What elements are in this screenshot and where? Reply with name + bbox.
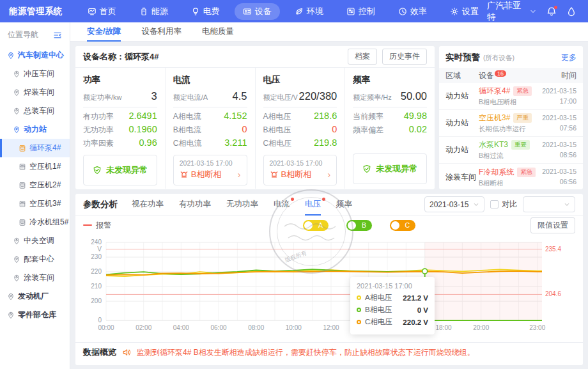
limit-settings-button[interactable]: 限值设置 <box>530 217 575 233</box>
chevron-down-icon <box>564 201 570 208</box>
top-navbar: 能源管理系统 首页能源电费设备环境控制效率设置 广汽菲亚特 <box>0 0 588 22</box>
svg-text:204.6: 204.6 <box>545 290 561 297</box>
nav-item-3[interactable]: 设备 <box>235 3 280 20</box>
sidebar-item-0[interactable]: 汽车制造中心 <box>0 46 70 65</box>
param-tab-0[interactable]: 视在功率 <box>132 194 164 216</box>
alert-dot <box>291 198 294 201</box>
alert-row-2[interactable]: 动力站 水泵KT3重要B相过流 2021-03-1508:56 <box>439 137 583 164</box>
archive-button[interactable]: 档案 <box>348 49 377 65</box>
chevron-down-icon <box>473 201 479 208</box>
nav-item-0[interactable]: 首页 <box>79 3 125 20</box>
environment-icon <box>295 7 304 16</box>
svg-text:02:00: 02:00 <box>135 324 151 331</box>
settings-icon <box>450 7 459 16</box>
alert-row-0[interactable]: 动力站 循环泵4#紧急B相电压断相 2021-03-1517:00 <box>439 83 583 110</box>
svg-text:210: 210 <box>91 283 102 290</box>
chart-area: 2402302202102000V235.4204.600:0002:0004:… <box>75 235 583 342</box>
alert-box-current[interactable]: 2021-03-15 17:00 B相断相› <box>173 155 247 185</box>
sidebar-item-2[interactable]: 焊装车间 <box>0 83 70 102</box>
pin-icon <box>7 293 15 301</box>
phase-b-toggle[interactable]: B <box>346 220 372 231</box>
device-panel-header: 设备名称：循环泵4# 档案 历史事件 <box>75 46 435 68</box>
company-menu[interactable]: 广汽菲亚特 <box>487 0 537 23</box>
sidebar-item-13[interactable]: 发动机厂 <box>0 287 70 306</box>
svg-text:220: 220 <box>91 268 102 275</box>
alert-box-voltage[interactable]: 2021-03-15 17:00 B相断相› <box>263 155 337 185</box>
sidebar-item-3[interactable]: 总装车间 <box>0 102 70 120</box>
status-ok-box: 未发现异常 <box>353 153 427 184</box>
metric-title: 功率 <box>83 74 157 86</box>
alerts-more-link[interactable]: 更多 <box>561 52 576 63</box>
phase-a-toggle[interactable]: A <box>303 220 329 231</box>
notification-bell-icon[interactable] <box>546 6 557 17</box>
date-select[interactable]: 2021-03-15 <box>424 196 484 212</box>
phase-c-toggle[interactable]: C <box>390 220 415 231</box>
collapse-sidebar-icon[interactable] <box>53 31 62 40</box>
svg-text:06:00: 06:00 <box>210 324 226 331</box>
param-tab-3[interactable]: 电流 <box>274 194 290 216</box>
location-tree: 汽车制造中心冲压车间焊装车间总装车间动力站循环泵4#空压机1#空压机2#空压机3… <box>0 46 70 324</box>
param-tab-1[interactable]: 有功功率 <box>179 194 211 216</box>
compare-date-select[interactable] <box>523 196 575 212</box>
svg-text:20:00: 20:00 <box>473 324 489 331</box>
sidebar-item-5[interactable]: 循环泵4# <box>0 139 70 157</box>
metric-power: 功率 额定功率/kw3 有功功率2.6491 无功功率0.1960 功率因素0.… <box>75 68 165 189</box>
tab-1[interactable]: 设备利用率 <box>141 22 182 42</box>
device-doc-icon <box>19 182 26 189</box>
sidebar-item-10[interactable]: 中央空调 <box>0 232 70 250</box>
metric-title: 电流 <box>173 74 247 86</box>
sidebar-item-7[interactable]: 空压机2# <box>0 176 70 194</box>
speaker-icon <box>122 348 131 357</box>
sidebar-item-11[interactable]: 配套中心 <box>0 250 70 269</box>
severity-badge: 重要 <box>511 140 530 150</box>
history-events-button[interactable]: 历史事件 <box>382 49 427 65</box>
location-sidebar: 位置导航 汽车制造中心冲压车间焊装车间总装车间动力站循环泵4#空压机1#空压机2… <box>0 22 70 369</box>
param-tab-2[interactable]: 无功功率 <box>226 194 258 216</box>
sidebar-item-1[interactable]: 冲压车间 <box>0 65 70 83</box>
fee-icon <box>191 7 200 16</box>
nav-item-5[interactable]: 控制 <box>338 3 383 20</box>
pin-icon <box>7 52 15 59</box>
series-c-marker <box>357 320 361 324</box>
nav-item-6[interactable]: 效率 <box>390 3 435 20</box>
voltage-chart: 2402302202102000V235.4204.600:0002:0004:… <box>83 237 575 334</box>
alarm-line-swatch <box>83 224 92 226</box>
compare-checkbox[interactable]: 对比 <box>490 199 517 210</box>
alert-row-3[interactable]: 涂装车间 F冷却系统紧急B相断相 2021-03-1506:56 <box>439 164 583 189</box>
control-icon <box>346 7 355 16</box>
param-tab-5[interactable]: 频率 <box>336 194 352 216</box>
sidebar-item-6[interactable]: 空压机1# <box>0 157 70 176</box>
metric-voltage: 电压 额定电压/V220/380 A相电压218.6 B相电压0 C相电压219… <box>255 68 345 189</box>
alarm-bell-icon <box>180 170 189 179</box>
pin-icon <box>13 237 20 245</box>
nav-item-7[interactable]: 设置 <box>442 3 487 20</box>
sidebar-item-14[interactable]: 零件部仓库 <box>0 306 70 324</box>
pin-icon <box>13 126 20 134</box>
energy-icon <box>139 7 148 16</box>
alerts-title: 实时预警 <box>445 52 480 63</box>
pin-icon <box>13 70 20 78</box>
svg-text:200: 200 <box>91 297 102 304</box>
svg-text:12:00: 12:00 <box>323 324 339 331</box>
sidebar-item-4[interactable]: 动力站 <box>0 120 70 139</box>
nav-item-4[interactable]: 环境 <box>286 3 332 20</box>
chevron-right-icon: › <box>238 169 241 180</box>
section-tabs: 安全/故障设备利用率电能质量 <box>70 22 588 42</box>
water-drop-icon[interactable] <box>566 6 576 17</box>
tab-2[interactable]: 电能质量 <box>202 22 234 42</box>
sidebar-header: 位置导航 <box>0 22 70 46</box>
param-tab-4[interactable]: 电压 <box>305 194 321 216</box>
sidebar-item-12[interactable]: 涂装车间 <box>0 269 70 287</box>
analysis-panel: 参数分析 视在功率有功功率无功功率电流电压频率 2021-03-15 对比 报警… <box>75 194 583 365</box>
svg-text:18:00: 18:00 <box>435 324 451 331</box>
alert-row-1[interactable]: 动力站 空压机3#严重长期低功率运行 2021-03-1507:56 <box>439 110 583 137</box>
tab-0[interactable]: 安全/故障 <box>87 22 121 42</box>
nav-item-2[interactable]: 电费 <box>183 3 228 20</box>
nav-item-1[interactable]: 能源 <box>131 3 176 20</box>
data-overview: 数据概览 监测到循环泵4# B相发生断相造成缺相运行，需要赶快停车，防止缺相故障… <box>75 342 583 362</box>
param-tabs: 视在功率有功功率无功功率电流电压频率 <box>132 194 352 215</box>
main-area: 安全/故障设备利用率电能质量 设备名称：循环泵4# 档案 历史事件 功率 额定功… <box>70 22 588 369</box>
sidebar-item-8[interactable]: 空压机3# <box>0 194 70 213</box>
device-doc-icon <box>19 200 26 208</box>
sidebar-item-9[interactable]: 冷水机组5# <box>0 213 70 232</box>
